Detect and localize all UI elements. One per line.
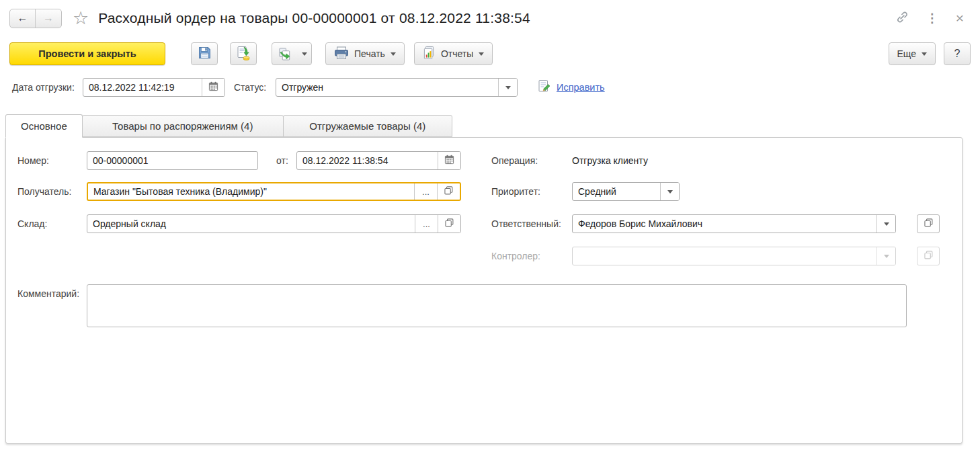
- reports-icon: [423, 46, 436, 62]
- forward-button[interactable]: →: [36, 9, 61, 28]
- save-icon: [198, 46, 212, 62]
- tab-shipped-goods[interactable]: Отгружаемые товары (4): [283, 115, 452, 137]
- fix-document-icon: [538, 79, 551, 95]
- fix-link[interactable]: Исправить: [557, 82, 605, 93]
- tab-main[interactable]: Основное: [5, 114, 83, 138]
- toolbar-right: Еще ?: [889, 42, 971, 65]
- doc-date-input[interactable]: [297, 152, 438, 169]
- close-button[interactable]: ×: [956, 10, 964, 26]
- tab-goods-by-orders[interactable]: Товары по распоряжениям (4): [82, 115, 284, 137]
- comment-textarea[interactable]: [87, 284, 907, 327]
- priority-field: [572, 182, 680, 201]
- title-actions: ⋮ ×: [896, 5, 964, 31]
- fix-action: Исправить: [538, 78, 605, 97]
- more-button[interactable]: Еще: [889, 42, 936, 65]
- main-tab-panel: Номер: от:: [5, 137, 963, 444]
- parameters-row: Дата отгрузки:: [0, 78, 980, 97]
- status-input[interactable]: [276, 79, 498, 96]
- doc-date-field: [296, 151, 461, 170]
- chevron-down-icon: [479, 52, 484, 56]
- responsible-input[interactable]: [573, 215, 876, 233]
- number-label: Номер:: [17, 151, 49, 170]
- calendar-button[interactable]: [438, 152, 460, 169]
- window-menu-button[interactable]: ⋮: [926, 11, 938, 26]
- open-item-icon: [924, 251, 933, 261]
- recipient-open-button[interactable]: [437, 183, 460, 200]
- post-document-icon: [236, 46, 251, 62]
- operation-value: Отгрузка клиенту: [572, 151, 648, 170]
- warehouse-label: Склад:: [17, 214, 47, 233]
- controller-open-button: [917, 247, 940, 265]
- post-and-close-button[interactable]: Провести и закрыть: [9, 42, 165, 65]
- from-label: от:: [276, 151, 288, 170]
- responsible-label: Ответственный:: [491, 214, 561, 233]
- responsible-dropdown-button[interactable]: [876, 215, 895, 233]
- create-based-on-button[interactable]: [272, 42, 312, 65]
- calendar-icon: [444, 155, 454, 167]
- responsible-open-button[interactable]: [917, 214, 940, 233]
- controller-dropdown-button: [876, 247, 895, 265]
- toolbar: Провести и закрыть: [9, 42, 971, 66]
- chevron-down-icon: [884, 255, 889, 258]
- status-label: Статус:: [234, 78, 266, 97]
- warehouse-choose-button[interactable]: ...: [415, 215, 438, 233]
- title-bar: ← → ☆ Расходный ордер на товары 00-00000…: [9, 5, 971, 31]
- chevron-down-icon: [391, 52, 396, 56]
- ship-date-input[interactable]: [83, 79, 202, 96]
- status-field: [276, 78, 518, 97]
- chevron-down-icon[interactable]: [298, 43, 311, 65]
- status-dropdown-button[interactable]: [498, 79, 517, 96]
- comment-label: Комментарий:: [17, 284, 79, 303]
- priority-input[interactable]: [573, 183, 660, 200]
- controller-field: [572, 247, 896, 265]
- help-button[interactable]: ?: [944, 42, 971, 65]
- recipient-field: ...: [87, 182, 461, 201]
- post-document-button[interactable]: [230, 42, 257, 65]
- chevron-down-icon: [922, 52, 927, 56]
- calendar-button[interactable]: [202, 79, 224, 96]
- open-item-icon: [445, 218, 454, 229]
- chevron-down-icon: [505, 86, 511, 89]
- recipient-choose-button[interactable]: ...: [414, 183, 437, 200]
- save-button[interactable]: [191, 42, 218, 65]
- link-icon: [896, 11, 909, 26]
- warehouse-field: ...: [87, 214, 461, 233]
- warehouse-open-button[interactable]: [438, 215, 460, 233]
- reports-button[interactable]: Отчеты: [414, 42, 493, 65]
- ship-date-label: Дата отгрузки:: [12, 78, 75, 97]
- priority-dropdown-button[interactable]: [660, 183, 679, 200]
- number-input[interactable]: [87, 152, 257, 169]
- print-icon: [334, 46, 349, 62]
- number-field: [87, 151, 258, 170]
- print-button[interactable]: Печать: [325, 42, 405, 65]
- reports-label: Отчеты: [441, 48, 473, 59]
- back-button[interactable]: ←: [10, 9, 36, 28]
- open-item-icon: [924, 218, 933, 229]
- controller-input: [573, 247, 876, 265]
- open-item-icon: [444, 186, 453, 197]
- warehouse-input[interactable]: [87, 215, 415, 233]
- ship-date-field: [83, 78, 225, 97]
- page-title: Расходный ордер на товары 00-00000001 от…: [98, 10, 530, 26]
- tab-bar: Основное Товары по распоряжениям (4) Отг…: [5, 114, 452, 137]
- get-link-button[interactable]: [896, 11, 909, 26]
- chevron-down-icon: [667, 190, 673, 194]
- recipient-label: Получатель:: [17, 182, 71, 201]
- more-label: Еще: [897, 48, 917, 59]
- favorite-star-icon[interactable]: ☆: [73, 9, 89, 28]
- priority-label: Приоритет:: [491, 182, 540, 201]
- calendar-icon: [208, 81, 218, 93]
- create-based-on-icon: [272, 43, 298, 65]
- recipient-input[interactable]: [88, 183, 414, 200]
- controller-label: Контролер:: [491, 247, 540, 265]
- nav-history-group: ← →: [9, 9, 62, 28]
- print-label: Печать: [354, 48, 385, 59]
- operation-label: Операция:: [491, 151, 538, 170]
- chevron-down-icon: [884, 222, 889, 226]
- responsible-field: [572, 214, 896, 233]
